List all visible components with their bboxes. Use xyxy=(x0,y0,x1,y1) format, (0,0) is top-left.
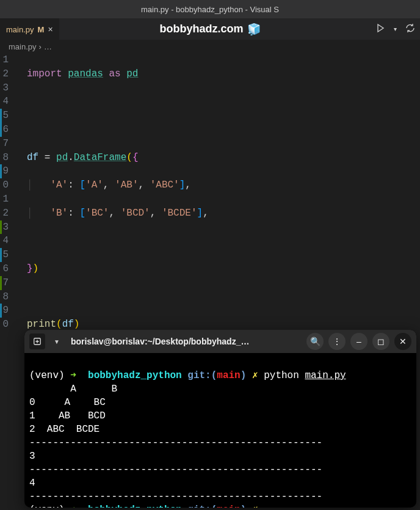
line-number: 4 xyxy=(2,95,9,109)
line-number: 6 xyxy=(2,262,9,276)
minimize-icon[interactable]: – xyxy=(350,333,368,350)
breadcrumb-separator: › xyxy=(39,42,42,51)
tab-bar: main.py M × bobbyhadz.com 🧊 ▾ xyxy=(0,18,420,40)
line-number: 0 xyxy=(2,318,9,332)
terminal-new-tab-button[interactable] xyxy=(29,333,45,349)
terminal-header: ▼ borislav@borislav:~/Desktop/bobbyhadz_… xyxy=(24,330,416,353)
line-number: 2 xyxy=(2,206,9,220)
line-number: 5 xyxy=(2,109,9,123)
line-number: 2 xyxy=(2,67,9,81)
center-text: bobbyhadz.com xyxy=(159,23,243,35)
tab-main-py[interactable]: main.py M × xyxy=(0,18,59,40)
line-gutter: 1 2 3 4 5 6 7 8 9 0 1 2 3 4 5 6 7 8 9 0 xyxy=(0,53,13,510)
line-number: 3 xyxy=(2,81,9,95)
breadcrumb-more: … xyxy=(44,42,52,51)
editor-center-label: bobbyhadz.com 🧊 xyxy=(159,23,260,36)
close-icon[interactable]: × xyxy=(48,24,52,34)
window-title: main.py - bobbyhadz_python - Visual S xyxy=(141,5,279,14)
play-icon[interactable] xyxy=(375,23,385,35)
terminal-title: borislav@borislav:~/Desktop/bobbyhadz_py… xyxy=(71,337,254,346)
search-icon[interactable]: 🔍 xyxy=(306,333,324,350)
line-number: 7 xyxy=(2,276,9,290)
tab-filename: main.py xyxy=(6,25,34,34)
chevron-down-icon[interactable]: ▾ xyxy=(394,26,397,32)
line-number: 4 xyxy=(2,234,9,248)
title-bar: main.py - bobbyhadz_python - Visual S xyxy=(0,0,420,18)
tab-modified-indicator: M xyxy=(38,25,45,34)
line-number: 1 xyxy=(2,192,9,206)
line-number: 7 xyxy=(2,137,9,151)
ice-cube-icon: 🧊 xyxy=(247,23,261,36)
terminal-window: ▼ borislav@borislav:~/Desktop/bobbyhadz_… xyxy=(24,330,416,508)
breadcrumb-file: main.py xyxy=(9,42,37,51)
maximize-icon[interactable]: ◻ xyxy=(372,333,389,350)
line-number: 8 xyxy=(2,151,9,165)
line-number: 9 xyxy=(2,304,9,318)
kebab-menu-icon[interactable]: ⋮ xyxy=(328,333,346,350)
line-number: 5 xyxy=(2,248,9,262)
line-number: 1 xyxy=(2,53,9,67)
terminal-output[interactable]: (venv) ➜ bobbyhadz_python git:(main) ✗ p… xyxy=(24,353,416,508)
line-number: 3 xyxy=(2,220,9,235)
line-number: 9 xyxy=(2,164,9,178)
sync-icon[interactable] xyxy=(405,23,415,35)
close-icon[interactable]: ✕ xyxy=(394,333,411,350)
line-number: 6 xyxy=(2,123,9,137)
line-number: 0 xyxy=(2,178,9,192)
line-number: 8 xyxy=(2,290,9,304)
editor-actions: ▾ xyxy=(375,23,415,35)
chevron-down-icon[interactable]: ▼ xyxy=(50,338,63,345)
breadcrumb[interactable]: main.py › … xyxy=(0,40,420,53)
